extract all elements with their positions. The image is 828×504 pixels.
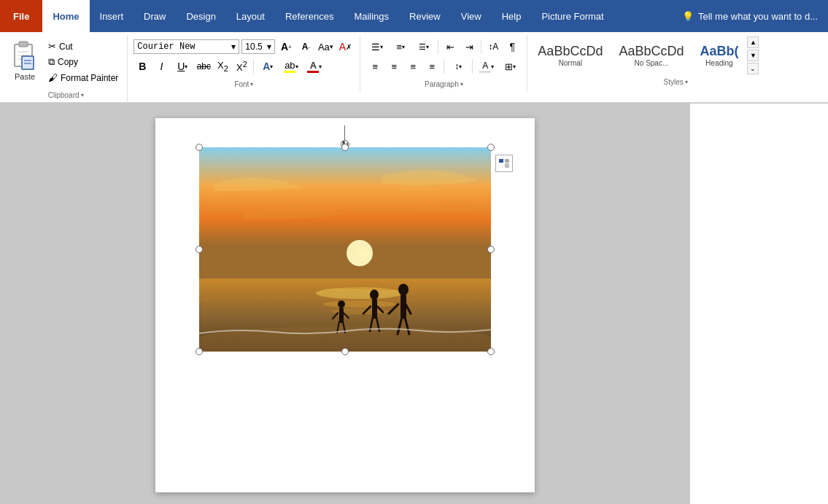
handle-bot-mid[interactable] <box>341 348 349 355</box>
numbering-button[interactable]: ≡▾ <box>390 38 411 55</box>
font-size-value: 10.5 <box>245 42 262 52</box>
underline-button[interactable]: U▾ <box>171 58 193 75</box>
copy-icon: ⧉ <box>48 56 55 68</box>
handle-bot-left[interactable] <box>196 348 203 355</box>
strikethrough-button[interactable]: abc <box>195 58 212 75</box>
bullets-icon: ☰ <box>371 42 380 53</box>
clipboard-group-label[interactable]: Clipboard ▾ <box>7 89 124 102</box>
image-wrapper[interactable]: ↻ <box>199 147 491 352</box>
highlight-button[interactable]: ab ▾ <box>280 58 302 75</box>
tab-picture-format[interactable]: Picture Format <box>531 0 614 32</box>
show-marks-icon: ¶ <box>510 41 516 53</box>
font-group-label[interactable]: Font ▾ <box>132 78 355 91</box>
tab-help[interactable]: Help <box>492 0 532 32</box>
sep5 <box>472 59 473 74</box>
bold-button[interactable]: B <box>134 58 151 75</box>
format-painter-icon: 🖌 <box>48 72 58 83</box>
selected-image <box>199 147 491 352</box>
underline-icon: U <box>177 61 185 72</box>
style-heading[interactable]: AaBb( Heading <box>692 42 746 69</box>
font-row1: Courier New ▾ 10.5 ▾ A+ A- <box>134 38 354 55</box>
text-effects-button[interactable]: A▾ <box>257 58 279 75</box>
cut-label: Cut <box>59 42 73 52</box>
paste-button[interactable] <box>10 38 39 71</box>
tab-draw[interactable]: Draw <box>134 0 176 32</box>
document-canvas[interactable]: ↻ <box>0 104 689 504</box>
multilevel-button[interactable]: ☰▾ <box>413 38 435 55</box>
decrease-indent-button[interactable]: ⇤ <box>441 38 459 55</box>
align-left-button[interactable]: ≡ <box>366 58 384 75</box>
tab-review[interactable]: Review <box>399 0 451 32</box>
borders-button[interactable]: ⊞▾ <box>499 58 521 75</box>
increase-indent-button[interactable]: ⇥ <box>460 38 478 55</box>
tab-view[interactable]: View <box>451 0 492 32</box>
bullets-button[interactable]: ☰▾ <box>366 38 388 55</box>
tab-bar: File Home Insert Draw Design Layout Refe… <box>0 0 828 32</box>
sunset-svg <box>199 147 491 352</box>
font-color-icon: A <box>307 60 319 73</box>
tab-design[interactable]: Design <box>176 0 225 32</box>
copy-button[interactable]: ⧉ Copy <box>45 55 121 69</box>
handle-mid-right[interactable] <box>487 246 495 253</box>
content-area: ↻ <box>0 104 828 504</box>
align-center-button[interactable]: ≡ <box>385 58 403 75</box>
style-normal[interactable]: AaBbCcDd Normal <box>530 42 610 69</box>
styles-up-button[interactable]: ▲ <box>747 36 759 48</box>
change-case-button[interactable]: Aa▾ <box>317 38 334 55</box>
styles-group-label[interactable]: Styles ▾ <box>530 76 821 89</box>
handle-mid-left[interactable] <box>196 246 203 253</box>
show-marks-button[interactable]: ¶ <box>503 38 521 55</box>
italic-button[interactable]: I <box>152 58 170 75</box>
paste-icon <box>12 39 38 71</box>
copy-label: Copy <box>58 57 78 67</box>
justify-button[interactable]: ≡ <box>423 58 441 75</box>
handle-top-right[interactable] <box>487 144 495 151</box>
svg-rect-5 <box>22 56 34 69</box>
tab-mailings[interactable]: Mailings <box>344 0 399 32</box>
tab-file[interactable]: File <box>0 0 42 32</box>
style-nospace-label: No Spac... <box>635 59 669 67</box>
tab-layout[interactable]: Layout <box>226 0 275 32</box>
font-content: Courier New ▾ 10.5 ▾ A+ A- <box>132 35 355 78</box>
svg-rect-35 <box>505 159 509 163</box>
line-spacing-button[interactable]: ↕▾ <box>447 58 469 75</box>
font-shrink-button[interactable]: A- <box>297 38 314 55</box>
subscript-button[interactable]: X2 <box>214 58 231 75</box>
font-size-dropdown[interactable]: 10.5 ▾ <box>241 39 275 54</box>
handle-top-mid[interactable] <box>341 144 349 151</box>
svg-point-28 <box>338 301 345 308</box>
layout-options-button[interactable] <box>495 155 513 172</box>
font-size-arrow: ▾ <box>267 42 271 52</box>
align-right-button[interactable]: ≡ <box>404 58 422 75</box>
increase-indent-icon: ⇥ <box>465 42 473 53</box>
tab-references[interactable]: References <box>275 0 344 32</box>
paragraph-group-label[interactable]: Paragraph ▾ <box>365 78 522 91</box>
case-arrow: ▾ <box>330 43 333 50</box>
styles-down-button[interactable]: ▼ <box>747 50 759 61</box>
font-grow-button[interactable]: A+ <box>277 38 295 55</box>
lightbulb-icon: 💡 <box>682 11 694 22</box>
tab-insert[interactable]: Insert <box>90 0 134 32</box>
format-painter-button[interactable]: 🖌 Format Painter <box>45 71 121 85</box>
styles-more-button[interactable]: ⌄ <box>747 63 759 74</box>
clear-formatting-button[interactable]: A✗ <box>336 38 354 55</box>
paste-label: Paste <box>15 72 35 81</box>
style-nospace[interactable]: AaBbCcDd No Spac... <box>611 42 691 69</box>
handle-top-left[interactable] <box>196 144 203 151</box>
svg-rect-1 <box>19 42 28 47</box>
cut-button[interactable]: ✂ Cut <box>45 39 121 53</box>
tab-home[interactable]: Home <box>42 0 89 32</box>
shading-button[interactable]: A ▾ <box>476 58 498 75</box>
font-name-dropdown[interactable]: Courier New ▾ <box>134 39 239 54</box>
font-row2: B I U▾ abc X2 X2 <box>134 58 354 75</box>
multilevel-icon: ☰ <box>419 42 426 52</box>
font-color-button[interactable]: A ▾ <box>303 58 325 75</box>
superscript-button[interactable]: X2 <box>233 58 250 75</box>
tell-me-bar[interactable]: 💡 Tell me what you want to d... <box>668 0 828 32</box>
toolbar: Paste ✂ Cut ⧉ Copy 🖌 Format Painter <box>0 32 828 103</box>
handle-bot-right[interactable] <box>487 348 495 355</box>
style-nospace-preview: AaBbCcDd <box>619 44 684 59</box>
style-heading-label: Heading <box>705 59 732 67</box>
change-case-icon: Aa <box>318 42 330 53</box>
sort-button[interactable]: ↕A <box>484 38 502 55</box>
